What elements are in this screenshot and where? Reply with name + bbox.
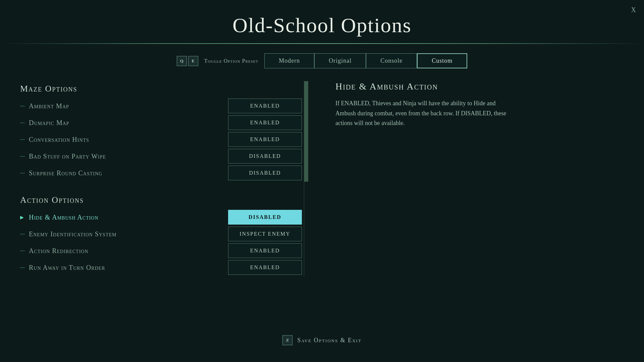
preset-console-button[interactable]: Console (366, 53, 417, 68)
option-indicator: — (20, 137, 25, 142)
option-name-ambient-map: Ambient Map (27, 102, 228, 110)
option-name-run-away: Run Away in Turn Order (27, 264, 228, 272)
action-options-header: Action Options (20, 195, 309, 205)
option-row-ambient-map: — Ambient Map ENABLED (20, 99, 309, 113)
toggle-preset-label: Toggle Option Preset (204, 58, 259, 64)
option-row-conversation-hints: — Conversation Hints ENABLED (20, 132, 309, 147)
maze-options-header: Maze Options (20, 84, 309, 94)
option-value-ambient-map[interactable]: ENABLED (228, 99, 302, 113)
option-row-run-away: — Run Away in Turn Order ENABLED (20, 260, 309, 275)
preset-keys: Q E (177, 56, 198, 66)
option-value-run-away[interactable]: ENABLED (228, 260, 302, 275)
save-key-badge: Z (282, 335, 292, 345)
page-title: Old-School Options (0, 0, 644, 43)
option-value-bad-stuff[interactable]: DISABLED (228, 149, 302, 164)
option-name-bad-stuff: Bad Stuff on Party Wipe (27, 153, 228, 160)
option-indicator: — (20, 231, 25, 237)
info-panel-title: Hide & Ambush Action (335, 81, 624, 92)
option-name-enemy-id: Enemy Identification System (27, 230, 228, 238)
title-divider (0, 43, 644, 44)
option-name-surprise-round: Surprise Round Casting (27, 169, 228, 177)
close-button[interactable]: X (631, 6, 636, 14)
info-panel: Hide & Ambush Action If ENABLED, Thieves… (309, 81, 624, 277)
key-e-badge: E (188, 56, 198, 66)
option-value-hide-ambush[interactable]: DISABLED (228, 210, 302, 225)
option-value-conversation-hints[interactable]: ENABLED (228, 132, 302, 147)
option-indicator: — (20, 265, 25, 270)
option-value-surprise-round[interactable]: DISABLED (228, 166, 302, 180)
option-indicator: — (20, 248, 25, 253)
scrollbar-track[interactable] (304, 81, 309, 277)
option-value-dumapic-map[interactable]: ENABLED (228, 115, 302, 130)
option-name-conversation-hints: Conversation Hints (27, 136, 228, 143)
option-indicator: — (20, 103, 25, 109)
option-indicator: — (20, 170, 25, 176)
preset-buttons-group: Modern Original Console Custom (264, 53, 467, 68)
option-name-hide-ambush: Hide & Ambush Action (27, 214, 228, 221)
info-panel-description: If ENABLED, Thieves and Ninja will have … (335, 99, 510, 128)
preset-custom-button[interactable]: Custom (417, 53, 467, 68)
main-content: Maze Options — Ambient Map ENABLED — Dum… (0, 81, 644, 277)
preset-bar: Q E Toggle Option Preset Modern Original… (0, 53, 644, 68)
selected-indicator: ▶ (20, 215, 25, 220)
option-value-enemy-id[interactable]: INSPECT ENEMY (228, 227, 302, 241)
option-row-action-redirect: — Action Redirection ENABLED (20, 243, 309, 258)
option-indicator: — (20, 120, 25, 125)
option-name-dumapic-map: Dumapic Map (27, 119, 228, 127)
section-gap (20, 182, 309, 192)
option-row-bad-stuff: — Bad Stuff on Party Wipe DISABLED (20, 149, 309, 164)
options-panel: Maze Options — Ambient Map ENABLED — Dum… (20, 81, 309, 277)
save-label: Save Options & Exit (297, 337, 362, 344)
option-row-dumapic-map: — Dumapic Map ENABLED (20, 115, 309, 130)
option-indicator: — (20, 154, 25, 159)
option-name-action-redirect: Action Redirection (27, 247, 228, 255)
preset-modern-button[interactable]: Modern (264, 53, 314, 68)
preset-original-button[interactable]: Original (314, 53, 366, 68)
option-row-enemy-id: — Enemy Identification System INSPECT EN… (20, 227, 309, 241)
bottom-bar: Z Save Options & Exit (0, 335, 644, 345)
option-row-surprise-round: — Surprise Round Casting DISABLED (20, 166, 309, 180)
option-value-action-redirect[interactable]: ENABLED (228, 243, 302, 258)
key-q-badge: Q (177, 56, 187, 66)
option-row-hide-ambush: ▶ Hide & Ambush Action DISABLED (20, 210, 309, 225)
scrollbar-thumb[interactable] (304, 81, 308, 182)
